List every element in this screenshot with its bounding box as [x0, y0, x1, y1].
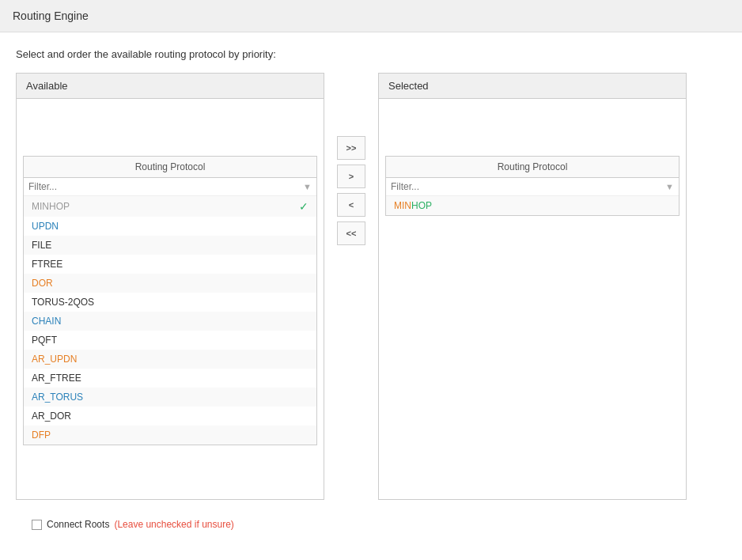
list-item[interactable]: AR_UPDN: [24, 350, 316, 369]
list-item-label: DOR: [32, 278, 53, 289]
selected-top-spacer: [385, 105, 680, 153]
transfer-buttons: >> > < <<: [324, 136, 378, 245]
available-sub-panel: Routing Protocol ▼ MINHOP ✓: [23, 156, 317, 445]
available-panel-title: Available: [26, 80, 68, 92]
list-item-label: AR_TORUS: [32, 392, 83, 403]
available-top-spacer: [23, 105, 317, 153]
selected-panel-header: Selected: [379, 74, 686, 99]
instruction-text: Select and order the available routing p…: [16, 48, 726, 60]
list-item[interactable]: PQFT: [24, 331, 316, 350]
available-panel: Available Routing Protocol ▼ MINHO: [16, 73, 324, 500]
list-item[interactable]: AR_DOR: [24, 407, 316, 426]
selected-sub-panel: Routing Protocol ▼ MINHOP: [385, 156, 680, 216]
list-item-label: UPDN: [32, 221, 59, 232]
dual-list-container: Available Routing Protocol ▼ MINHO: [16, 73, 726, 500]
selected-filter-input[interactable]: [391, 181, 665, 192]
minhop-orange: MIN: [394, 200, 411, 211]
available-sub-panel-header: Routing Protocol: [24, 157, 316, 178]
connect-roots-checkbox[interactable]: [32, 520, 42, 530]
list-item-label: AR_FTREE: [32, 373, 81, 384]
selected-sub-panel-header: Routing Protocol: [386, 157, 679, 178]
list-item-label: FILE: [32, 240, 51, 251]
selected-panel-title: Selected: [388, 80, 429, 92]
minhop-green: HOP: [411, 200, 432, 211]
selected-list-items: MINHOP: [386, 196, 679, 215]
list-item[interactable]: UPDN: [24, 217, 316, 236]
list-item-label: AR_DOR: [32, 411, 71, 422]
selected-panel: Selected Routing Protocol ▼ MI: [378, 73, 687, 500]
list-item[interactable]: FILE: [24, 236, 316, 255]
connect-roots-label: Connect Roots: [47, 519, 109, 530]
list-item[interactable]: CHAIN: [24, 312, 316, 331]
available-filter-input[interactable]: [28, 181, 303, 192]
list-item-label: TORUS-2QOS: [32, 297, 94, 308]
available-panel-header: Available: [17, 74, 324, 99]
list-item[interactable]: DFP: [24, 426, 316, 445]
page-container: Routing Engine Select and order the avai…: [0, 0, 742, 560]
list-item-label: FTREE: [32, 259, 62, 270]
selected-panel-body: Routing Protocol ▼ MINHOP: [379, 99, 686, 222]
list-item[interactable]: DOR: [24, 274, 316, 293]
list-item[interactable]: FTREE: [24, 255, 316, 274]
available-filter-row: ▼: [24, 178, 316, 196]
selected-filter-row: ▼: [386, 178, 679, 196]
main-content: Select and order the available routing p…: [0, 32, 742, 558]
list-item[interactable]: AR_FTREE: [24, 369, 316, 388]
list-item-label: MINHOP: [394, 200, 432, 211]
list-item-label: DFP: [32, 429, 51, 441]
available-panel-body: Routing Protocol ▼ MINHOP ✓: [17, 99, 324, 452]
list-item[interactable]: MINHOP ✓: [24, 196, 316, 217]
check-icon: ✓: [299, 200, 309, 213]
list-item[interactable]: MINHOP: [386, 196, 679, 215]
move-all-left-button[interactable]: <<: [337, 221, 365, 245]
list-item-label: AR_UPDN: [32, 354, 77, 365]
list-item-label: CHAIN: [32, 316, 61, 327]
selected-filter-icon: ▼: [665, 182, 674, 191]
list-item[interactable]: AR_TORUS: [24, 388, 316, 407]
list-item-label: PQFT: [32, 335, 57, 346]
move-left-button[interactable]: <: [337, 193, 365, 217]
move-all-right-button[interactable]: >>: [337, 136, 365, 160]
page-header: Routing Engine: [0, 0, 742, 32]
footer: Connect Roots (Leave unchecked if unsure…: [16, 506, 726, 543]
move-right-button[interactable]: >: [337, 165, 365, 188]
available-list-items: MINHOP ✓ UPDN FILE FTREE: [24, 196, 316, 445]
page-title: Routing Engine: [13, 9, 89, 22]
list-item-label: MINHOP: [32, 201, 70, 212]
connect-roots-hint: (Leave unchecked if unsure): [114, 519, 233, 530]
list-item[interactable]: TORUS-2QOS: [24, 293, 316, 312]
available-filter-icon: ▼: [303, 182, 312, 191]
